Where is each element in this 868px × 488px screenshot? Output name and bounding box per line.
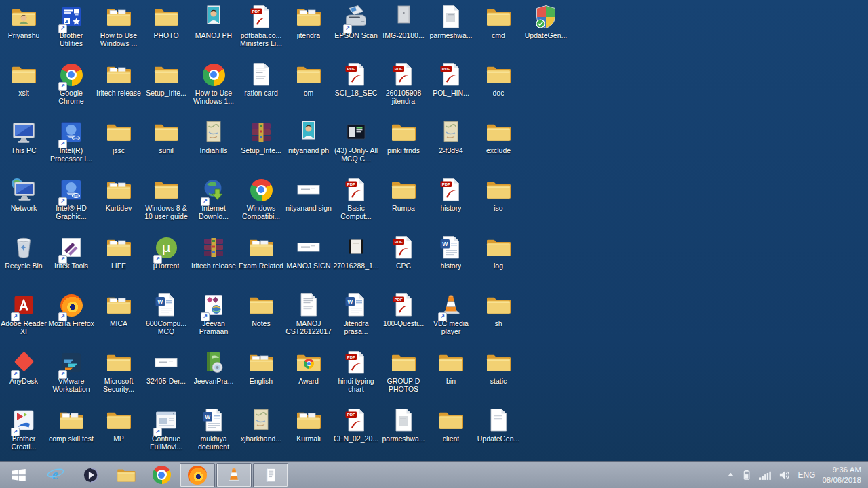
desktop-icon-how-to-use-windows[interactable]: How to Use Windows ...	[95, 3, 142, 59]
desktop-icon-xslt[interactable]: xslt	[0, 61, 47, 117]
desktop-icon-bin[interactable]: bin	[427, 349, 475, 405]
desktop-icon-43-only-all-mcq-c[interactable]: (43) -Only- All MCQ C...	[332, 119, 380, 174]
desktop-icon-manoj-cst26122017[interactable]: MANOJ CST26122017	[285, 291, 332, 347]
desktop-icon-basic-comput[interactable]: PDFBasic Comput...	[332, 176, 380, 232]
desktop-icon-comp-skill-test[interactable]: comp skill test	[47, 407, 95, 462]
desktop-icon-27016288-1[interactable]: 27016288_1...	[332, 234, 380, 289]
desktop-icon-setup-irite[interactable]: Setup_Irite...	[237, 119, 285, 174]
desktop-icon-exclude[interactable]: exclude	[475, 119, 522, 174]
taskbar-vlc[interactable]	[217, 464, 251, 487]
desktop-icon-doc[interactable]: doc	[475, 61, 522, 117]
desktop-icon-updategen[interactable]: UpdateGen...	[522, 3, 570, 59]
desktop-icon-cen-02-20[interactable]: PDFCEN_02_20...	[332, 407, 380, 462]
desktop-icon-notes[interactable]: Notes	[237, 291, 285, 347]
desktop-icon-google-chrome[interactable]: ↗Google Chrome	[47, 61, 95, 117]
desktop-icon-100-questi[interactable]: PDF100-Questi...	[380, 291, 427, 347]
taskbar-chrome[interactable]	[144, 462, 179, 488]
desktop-icon-photo[interactable]: PHOTO	[142, 3, 190, 59]
desktop-icon-nityanand-sign[interactable]: nityanand sign	[285, 176, 332, 232]
desktop-icon-parmeshwa[interactable]: parmeshwa...	[380, 407, 427, 462]
desktop-icon-xjharkhand[interactable]: xjharkhand...	[237, 407, 285, 462]
desktop-icon-history[interactable]: PDFhistory	[427, 176, 475, 232]
desktop-icon-brother-creati[interactable]: ↗Brother Creati...	[0, 407, 47, 462]
desktop-icon-32405-der[interactable]: 32405-Der...	[142, 349, 190, 405]
desktop-icon-iritek-tools[interactable]: ↗Iritek Tools	[47, 234, 95, 289]
desktop-icon-pinki-frnds[interactable]: pinki frnds	[380, 119, 427, 174]
desktop-icon-rumpa[interactable]: Rumpa	[380, 176, 427, 232]
desktop-icon-hindi-typing-chart[interactable]: PDFhindi typing chart	[332, 349, 380, 405]
desktop-icon-2-f3d94[interactable]: 2-f3d94	[427, 119, 475, 174]
desktop[interactable]: Priyanshu↗Brother UtilitiesHow to Use Wi…	[0, 0, 868, 488]
taskbar-start-button[interactable]	[0, 462, 38, 488]
battery-icon[interactable]	[742, 469, 752, 481]
desktop-icon-iritech-release[interactable]: Iritech release	[95, 61, 142, 117]
desktop-icon-this-pc[interactable]: This PC	[0, 119, 47, 174]
desktop-icon-microsoft-security[interactable]: Microsoft Security...	[95, 349, 142, 405]
desktop-icon-adobe-reader-xi[interactable]: ↗Adobe Reader XI	[0, 291, 47, 347]
desktop-icon-anydesk[interactable]: ↗AnyDesk	[0, 349, 47, 405]
desktop-icon-manoj-sign[interactable]: MANOJ SIGN	[285, 234, 332, 289]
desktop-icon-intel-hd-graphic[interactable]: intel↗Intel® HD Graphic...	[47, 176, 95, 232]
desktop-icon-how-to-use-windows-1[interactable]: How to Use Windows 1...	[190, 61, 237, 117]
desktop-icon-exam-related[interactable]: Exam Related	[237, 234, 285, 289]
desktop-icon-kurmali[interactable]: Kurmali	[285, 407, 332, 462]
desktop-icon-torrent[interactable]: µ↗µTorrent	[142, 234, 190, 289]
desktop-icon-log[interactable]: log	[475, 234, 522, 289]
desktop-icon-windows-compatibi[interactable]: Windows Compatibi...	[237, 176, 285, 232]
network-signal-icon[interactable]	[759, 470, 772, 481]
desktop-icon-cmd[interactable]: cmd	[475, 3, 522, 59]
desktop-icon-mozilla-firefox[interactable]: ↗Mozilla Firefox	[47, 291, 95, 347]
desktop-icon-client[interactable]: client	[427, 407, 475, 462]
desktop-icon-260105908-jitendra[interactable]: PDF260105908 jitendra	[380, 61, 427, 117]
desktop-icon-iso[interactable]: iso	[475, 176, 522, 232]
desktop-icon-setup-irite[interactable]: Setup_Irite...	[142, 61, 190, 117]
desktop-icon-award[interactable]: Award	[285, 349, 332, 405]
desktop-icon-manoj-ph[interactable]: MANOJ PH	[190, 3, 237, 59]
clock[interactable]: 9:36 AM 08/06/2018	[822, 465, 861, 485]
desktop-icon-jitendra[interactable]: jitendra	[285, 3, 332, 59]
desktop-icon-pdfbaba-co-ministers-li[interactable]: PDFpdfbaba.co... Ministers Li...	[237, 3, 285, 59]
desktop-icon-sh[interactable]: sh	[475, 291, 522, 347]
desktop-icon-updategen[interactable]: UpdateGen...	[475, 407, 522, 462]
desktop-icon-mukhiya-document[interactable]: Wmukhiya document	[190, 407, 237, 462]
desktop-icon-om[interactable]: om	[285, 61, 332, 117]
desktop-icon-jeevanpra[interactable]: JeevanPra...	[190, 349, 237, 405]
desktop-icon-jssc[interactable]: jssc	[95, 119, 142, 174]
desktop-icon-recycle-bin[interactable]: Recycle Bin	[0, 234, 47, 289]
desktop-icon-sci-18-sec[interactable]: PDFSCI_18_SEC	[332, 61, 380, 117]
desktop-icon-ration-card[interactable]: ration card	[237, 61, 285, 117]
desktop-icon-english[interactable]: English	[237, 349, 285, 405]
desktop-icon-windows-8-10-user-guide[interactable]: Windows 8 & 10 user guide	[142, 176, 190, 232]
desktop-icon-sunil[interactable]: sunil	[142, 119, 190, 174]
language-indicator[interactable]: ENG	[797, 470, 815, 480]
desktop-icon-jitendra-prasa[interactable]: WJitendra prasa...	[332, 291, 380, 347]
desktop-icon-epson-scan[interactable]: ↗EPSON Scan	[332, 3, 380, 59]
desktop-icon-parmeshwa[interactable]: parmeshwa...	[427, 3, 475, 59]
desktop-icon-group-d-photos[interactable]: GROUP D PHOTOS	[380, 349, 427, 405]
desktop-icon-600compu-mcq[interactable]: W600Compu... MCQ	[142, 291, 190, 347]
desktop-icon-life[interactable]: LIFE	[95, 234, 142, 289]
desktop-icon-internet-downlo[interactable]: ↗Internet Downlo...	[190, 176, 237, 232]
desktop-icon-pol-hin[interactable]: PDFPOL_HIN...	[427, 61, 475, 117]
taskbar-notepad[interactable]	[254, 464, 288, 487]
desktop-icon-img-20180[interactable]: IMG-20180...	[380, 3, 427, 59]
desktop-icon-mp[interactable]: MP	[95, 407, 142, 462]
desktop-icon-intel-r-processor-i[interactable]: intel↗Intel(R) Processor I...	[47, 119, 95, 174]
desktop-icon-nityanand-ph[interactable]: nityanand ph	[285, 119, 332, 174]
desktop-icon-network[interactable]: Network	[0, 176, 47, 232]
desktop-icon-static[interactable]: static	[475, 349, 522, 405]
chevron-up-icon[interactable]	[726, 470, 735, 479]
volume-icon[interactable]	[778, 470, 791, 481]
desktop-icon-continue-fullmovi[interactable]: ↗Continue FullMovi...	[142, 407, 190, 462]
taskbar-firefox[interactable]	[180, 464, 214, 487]
desktop-icon-brother-utilities[interactable]: ↗Brother Utilities	[47, 3, 95, 59]
taskbar-media-player[interactable]	[73, 462, 108, 488]
desktop-icon-kurtidev[interactable]: Kurtidev	[95, 176, 142, 232]
desktop-icon-vlc-media-player[interactable]: ↗VLC media player	[427, 291, 475, 347]
desktop-icon-cpc[interactable]: PDFCPC	[380, 234, 427, 289]
desktop-icon-indiahills[interactable]: Indiahills	[190, 119, 237, 174]
desktop-icon-vmware-workstation[interactable]: ↗VMware Workstation	[47, 349, 95, 405]
desktop-icon-iritech-release[interactable]: Iritech release	[190, 234, 237, 289]
desktop-icon-mica[interactable]: MICA	[95, 291, 142, 347]
desktop-icon-priyanshu[interactable]: Priyanshu	[0, 3, 47, 59]
